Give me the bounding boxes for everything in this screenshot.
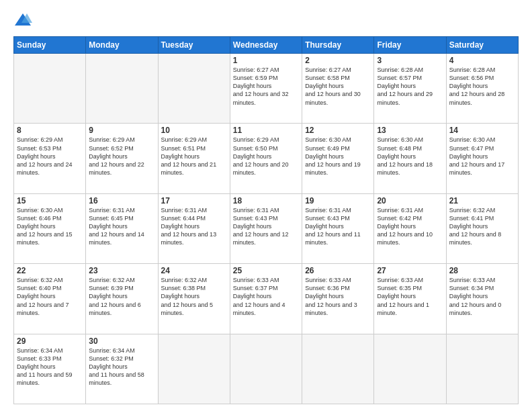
day-number: 23 <box>89 266 154 275</box>
calendar-cell <box>86 54 158 124</box>
day-number: 11 <box>233 126 299 135</box>
day-number: 3 <box>377 56 443 65</box>
day-number: 10 <box>161 126 227 135</box>
calendar-cell: 12 Sunrise: 6:30 AMSunset: 6:49 PMDaylig… <box>302 124 374 193</box>
calendar-cell: 24 Sunrise: 6:32 AMSunset: 6:38 PMDaylig… <box>158 264 230 334</box>
cell-content: Sunrise: 6:33 AMSunset: 6:35 PMDaylight … <box>377 277 429 316</box>
calendar-week-row: 22 Sunrise: 6:32 AMSunset: 6:40 PMDaylig… <box>14 264 519 334</box>
calendar-cell: 21 Sunrise: 6:32 AMSunset: 6:41 PMDaylig… <box>446 193 518 263</box>
day-number: 18 <box>233 196 299 205</box>
calendar-cell: 4 Sunrise: 6:28 AMSunset: 6:56 PMDayligh… <box>446 54 518 124</box>
day-number: 4 <box>449 56 515 65</box>
calendar-cell <box>158 54 230 124</box>
cell-content: Sunrise: 6:29 AMSunset: 6:51 PMDaylight … <box>161 136 217 176</box>
cell-content: Sunrise: 6:27 AMSunset: 6:59 PMDaylight … <box>233 66 289 106</box>
logo-icon <box>13 11 32 30</box>
cell-content: Sunrise: 6:34 AMSunset: 6:33 PMDaylight … <box>17 347 73 387</box>
cell-content: Sunrise: 6:32 AMSunset: 6:39 PMDaylight … <box>89 277 141 316</box>
calendar-cell: 30 Sunrise: 6:34 AMSunset: 6:32 PMDaylig… <box>86 334 158 404</box>
calendar-cell: 27 Sunrise: 6:33 AMSunset: 6:35 PMDaylig… <box>374 264 446 334</box>
cell-content: Sunrise: 6:30 AMSunset: 6:46 PMDaylight … <box>17 207 73 246</box>
calendar-cell: 15 Sunrise: 6:30 AMSunset: 6:46 PMDaylig… <box>14 193 86 263</box>
calendar-cell <box>374 334 446 404</box>
calendar-cell: 18 Sunrise: 6:31 AMSunset: 6:43 PMDaylig… <box>230 193 302 263</box>
day-number: 30 <box>89 336 154 346</box>
calendar-day-header: Tuesday <box>158 37 230 54</box>
calendar-week-row: 29 Sunrise: 6:34 AMSunset: 6:33 PMDaylig… <box>14 334 519 404</box>
calendar-cell: 22 Sunrise: 6:32 AMSunset: 6:40 PMDaylig… <box>14 264 86 334</box>
cell-content: Sunrise: 6:31 AMSunset: 6:45 PMDaylight … <box>89 207 144 246</box>
calendar-cell <box>302 334 374 404</box>
calendar-cell: 9 Sunrise: 6:29 AMSunset: 6:52 PMDayligh… <box>86 124 158 193</box>
calendar-cell: 26 Sunrise: 6:33 AMSunset: 6:36 PMDaylig… <box>302 264 374 334</box>
cell-content: Sunrise: 6:31 AMSunset: 6:43 PMDaylight … <box>233 207 289 246</box>
day-number: 25 <box>233 266 299 275</box>
day-number: 29 <box>17 336 83 346</box>
calendar-cell <box>446 334 518 404</box>
cell-content: Sunrise: 6:31 AMSunset: 6:44 PMDaylight … <box>161 207 217 246</box>
calendar-cell: 25 Sunrise: 6:33 AMSunset: 6:37 PMDaylig… <box>230 264 302 334</box>
cell-content: Sunrise: 6:29 AMSunset: 6:50 PMDaylight … <box>233 136 289 176</box>
calendar-cell: 29 Sunrise: 6:34 AMSunset: 6:33 PMDaylig… <box>14 334 86 404</box>
day-number: 17 <box>161 196 227 205</box>
day-number: 16 <box>89 196 154 205</box>
page: SundayMondayTuesdayWednesdayThursdayFrid… <box>0 0 532 411</box>
day-number: 24 <box>161 266 227 275</box>
calendar-cell: 19 Sunrise: 6:31 AMSunset: 6:43 PMDaylig… <box>302 193 374 263</box>
cell-content: Sunrise: 6:30 AMSunset: 6:48 PMDaylight … <box>377 136 433 176</box>
calendar-cell <box>158 334 230 404</box>
calendar-day-header: Friday <box>374 37 446 54</box>
calendar-header-row: SundayMondayTuesdayWednesdayThursdayFrid… <box>14 37 519 54</box>
cell-content: Sunrise: 6:29 AMSunset: 6:53 PMDaylight … <box>17 136 73 176</box>
calendar-cell: 11 Sunrise: 6:29 AMSunset: 6:50 PMDaylig… <box>230 124 302 193</box>
cell-content: Sunrise: 6:28 AMSunset: 6:56 PMDaylight … <box>449 66 505 106</box>
cell-content: Sunrise: 6:30 AMSunset: 6:49 PMDaylight … <box>305 136 361 176</box>
cell-content: Sunrise: 6:34 AMSunset: 6:32 PMDaylight … <box>89 347 144 387</box>
day-number: 1 <box>233 56 299 65</box>
calendar-table: SundayMondayTuesdayWednesdayThursdayFrid… <box>13 36 519 404</box>
calendar-day-header: Saturday <box>446 37 518 54</box>
calendar-cell: 14 Sunrise: 6:30 AMSunset: 6:47 PMDaylig… <box>446 124 518 193</box>
calendar-cell <box>230 334 302 404</box>
logo <box>13 11 35 30</box>
cell-content: Sunrise: 6:32 AMSunset: 6:40 PMDaylight … <box>17 277 69 316</box>
day-number: 2 <box>305 56 371 65</box>
cell-content: Sunrise: 6:32 AMSunset: 6:41 PMDaylight … <box>449 207 502 246</box>
day-number: 8 <box>17 126 83 135</box>
cell-content: Sunrise: 6:28 AMSunset: 6:57 PMDaylight … <box>377 66 433 106</box>
cell-content: Sunrise: 6:31 AMSunset: 6:42 PMDaylight … <box>377 207 433 246</box>
calendar-cell: 23 Sunrise: 6:32 AMSunset: 6:39 PMDaylig… <box>86 264 158 334</box>
cell-content: Sunrise: 6:33 AMSunset: 6:34 PMDaylight … <box>449 277 502 316</box>
day-number: 20 <box>377 196 443 205</box>
calendar-cell: 2 Sunrise: 6:27 AMSunset: 6:58 PMDayligh… <box>302 54 374 124</box>
cell-content: Sunrise: 6:27 AMSunset: 6:58 PMDaylight … <box>305 66 361 106</box>
calendar-cell: 16 Sunrise: 6:31 AMSunset: 6:45 PMDaylig… <box>86 193 158 263</box>
calendar-cell: 28 Sunrise: 6:33 AMSunset: 6:34 PMDaylig… <box>446 264 518 334</box>
calendar-day-header: Monday <box>86 37 158 54</box>
calendar-cell: 10 Sunrise: 6:29 AMSunset: 6:51 PMDaylig… <box>158 124 230 193</box>
cell-content: Sunrise: 6:33 AMSunset: 6:36 PMDaylight … <box>305 277 357 316</box>
calendar-body: 1 Sunrise: 6:27 AMSunset: 6:59 PMDayligh… <box>14 54 519 404</box>
cell-content: Sunrise: 6:30 AMSunset: 6:47 PMDaylight … <box>449 136 505 176</box>
calendar-cell: 1 Sunrise: 6:27 AMSunset: 6:59 PMDayligh… <box>230 54 302 124</box>
calendar-cell: 17 Sunrise: 6:31 AMSunset: 6:44 PMDaylig… <box>158 193 230 263</box>
day-number: 13 <box>377 126 443 135</box>
calendar-day-header: Thursday <box>302 37 374 54</box>
calendar-cell: 3 Sunrise: 6:28 AMSunset: 6:57 PMDayligh… <box>374 54 446 124</box>
day-number: 21 <box>449 196 515 205</box>
calendar-cell: 8 Sunrise: 6:29 AMSunset: 6:53 PMDayligh… <box>14 124 86 193</box>
calendar-week-row: 8 Sunrise: 6:29 AMSunset: 6:53 PMDayligh… <box>14 124 519 193</box>
day-number: 26 <box>305 266 371 275</box>
day-number: 15 <box>17 196 83 205</box>
cell-content: Sunrise: 6:32 AMSunset: 6:38 PMDaylight … <box>161 277 214 316</box>
calendar-cell: 20 Sunrise: 6:31 AMSunset: 6:42 PMDaylig… <box>374 193 446 263</box>
day-number: 9 <box>89 126 154 135</box>
day-number: 14 <box>449 126 515 135</box>
day-number: 27 <box>377 266 443 275</box>
cell-content: Sunrise: 6:31 AMSunset: 6:43 PMDaylight … <box>305 207 361 246</box>
calendar-cell: 13 Sunrise: 6:30 AMSunset: 6:48 PMDaylig… <box>374 124 446 193</box>
day-number: 28 <box>449 266 515 275</box>
calendar-week-row: 15 Sunrise: 6:30 AMSunset: 6:46 PMDaylig… <box>14 193 519 263</box>
calendar-day-header: Wednesday <box>230 37 302 54</box>
cell-content: Sunrise: 6:29 AMSunset: 6:52 PMDaylight … <box>89 136 144 176</box>
